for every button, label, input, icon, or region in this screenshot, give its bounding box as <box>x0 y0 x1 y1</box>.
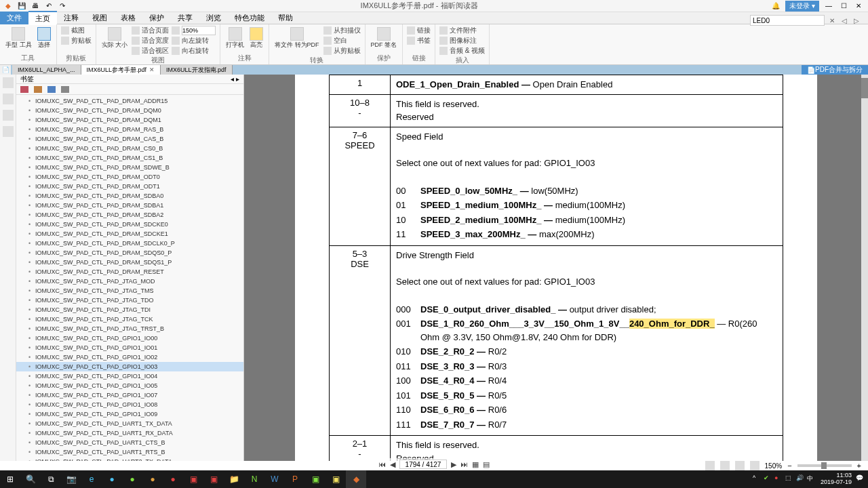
bookmark-item[interactable]: IOMUXC_SW_PAD_CTL_PAD_GPIO1_IO05 <box>16 381 243 390</box>
bookmark-item[interactable]: IOMUXC_SW_PAD_CTL_PAD_UART1_RX_DATA <box>16 428 243 438</box>
explorer-app[interactable]: 📁 <box>224 470 244 488</box>
close-icon[interactable]: ✕ <box>853 1 864 12</box>
tab-3[interactable]: IMX6ULL开发指南.pdf <box>161 65 233 75</box>
app-4[interactable]: ● <box>163 470 183 488</box>
powerpoint-app[interactable]: P <box>285 470 305 488</box>
audio-video-button[interactable]: 音频 & 视频 <box>439 46 485 56</box>
page-mode2-icon[interactable]: ▤ <box>483 460 490 469</box>
tab-2[interactable]: IMX6ULL参考手册.pdf✕ <box>81 65 161 75</box>
blank-button[interactable]: 空白 <box>323 36 361 45</box>
zoom-out-icon[interactable]: − <box>787 462 791 470</box>
from-clipboard-button[interactable]: 从剪贴板 <box>323 46 361 56</box>
bookmark-item[interactable]: IOMUXC_SW_PAD_CTL_PAD_UART1_CTS_B <box>16 438 243 447</box>
bookmark-item[interactable]: IOMUXC_SW_PAD_CTL_PAD_UART1_RTS_B <box>16 447 243 457</box>
bookmark-item[interactable]: IOMUXC_SW_PAD_CTL_PAD_DRAM_RESET <box>16 267 243 277</box>
from-scanner-button[interactable]: 从扫描仪 <box>323 26 361 35</box>
menu-home[interactable]: 主页 <box>28 11 57 25</box>
bookmark-item[interactable]: IOMUXC_SW_PAD_CTL_PAD_DRAM_DQM1 <box>16 115 243 125</box>
menu-protect[interactable]: 保护 <box>142 12 171 24</box>
maximize-icon[interactable]: ☐ <box>838 1 849 12</box>
snapshot-button[interactable]: 截图 <box>61 26 92 35</box>
tray-ime-icon[interactable]: 中 <box>807 474 816 484</box>
bookmark-item[interactable]: IOMUXC_SW_PAD_CTL_PAD_DRAM_SDBA0 <box>16 191 243 201</box>
bookmark-item[interactable]: IOMUXC_SW_PAD_CTL_PAD_GPIO1_IO07 <box>16 390 243 400</box>
task-view-button[interactable]: ⧉ <box>41 470 61 488</box>
search-next-icon[interactable]: ▷ <box>852 16 861 25</box>
panel-collapse-icon[interactable]: ◂ ▸ <box>231 75 239 83</box>
bookmark-item[interactable]: IOMUXC_SW_PAD_CTL_PAD_GPIO1_IO04 <box>16 371 243 381</box>
typewriter-button[interactable]: 打字机 <box>224 26 245 50</box>
minimize-icon[interactable]: — <box>823 1 834 12</box>
bookmark-item[interactable]: IOMUXC_SW_PAD_CTL_PAD_GPIO1_IO00 <box>16 333 243 343</box>
camera-app[interactable]: 📷 <box>61 470 81 488</box>
tray-temp-icon[interactable]: ● <box>774 474 784 484</box>
next-page-icon[interactable]: ▶ <box>451 460 456 469</box>
bookmark-item[interactable]: IOMUXC_SW_PAD_CTL_PAD_GPIO1_IO02 <box>16 352 243 362</box>
menu-share[interactable]: 共享 <box>171 12 199 24</box>
convert-button[interactable]: 将文件 转为PDF <box>273 26 321 50</box>
app-7[interactable]: ▣ <box>305 470 326 488</box>
first-page-icon[interactable]: ⏮ <box>378 460 386 468</box>
page-input[interactable] <box>399 460 447 469</box>
view-mode3-icon[interactable] <box>735 461 745 470</box>
zoom-in-icon[interactable]: + <box>857 462 861 470</box>
app-2[interactable]: ● <box>122 470 142 488</box>
menu-file[interactable]: 文件 <box>0 12 28 24</box>
side-attachments-icon[interactable] <box>3 110 14 121</box>
menu-feature[interactable]: 特色功能 <box>228 12 271 24</box>
notepadpp-app[interactable]: N <box>244 470 264 488</box>
tray-vol-icon[interactable]: 🔊 <box>796 474 806 484</box>
side-comments-icon[interactable] <box>3 126 14 137</box>
bookmark-item[interactable]: IOMUXC_SW_PAD_CTL_PAD_JTAG_TCK <box>16 314 243 324</box>
viewer-scrollbar[interactable] <box>861 75 868 461</box>
search-button[interactable]: 🔍 <box>20 470 41 488</box>
flag-gray-icon[interactable] <box>61 86 69 93</box>
app-3[interactable]: ● <box>142 470 163 488</box>
app-6[interactable]: ▣ <box>203 470 224 488</box>
bookmark-item[interactable]: IOMUXC_SW_PAD_CTL_PAD_GPIO1_IO08 <box>16 400 243 409</box>
menu-comment[interactable]: 注释 <box>57 12 85 24</box>
menu-table[interactable]: 表格 <box>114 12 142 24</box>
flag-red-icon[interactable] <box>20 86 28 93</box>
tray-net-icon[interactable]: ⬚ <box>785 474 795 484</box>
app-5[interactable]: ▣ <box>183 470 203 488</box>
menu-view[interactable]: 视图 <box>85 12 114 24</box>
bookmark-item[interactable]: IOMUXC_SW_PAD_CTL_PAD_DRAM_SDCKE0 <box>16 220 243 229</box>
image-note-button[interactable]: 图像标注 <box>439 36 485 45</box>
menu-browse[interactable]: 浏览 <box>199 12 228 24</box>
bookmark-item[interactable]: IOMUXC_SW_PAD_CTL_PAD_DRAM_CAS_B <box>16 134 243 144</box>
bookmark-item[interactable]: IOMUXC_SW_PAD_CTL_PAD_GPIO1_IO03 <box>16 362 243 371</box>
flag-blue-icon[interactable] <box>47 86 56 93</box>
redo-icon[interactable]: ↷ <box>57 1 68 12</box>
bookmark-item[interactable]: IOMUXC_SW_PAD_CTL_PAD_UART2_TX_DATA <box>16 457 243 461</box>
side-bookmarks-icon[interactable] <box>3 94 14 104</box>
zoom-combo[interactable] <box>172 26 216 35</box>
attach-button[interactable]: 文件附件 <box>439 26 485 35</box>
clock[interactable]: 11:032019-07-19 <box>818 472 854 486</box>
sign-button[interactable]: PDF 签名 <box>370 26 399 50</box>
fit-visible-button[interactable]: 适合视区 <box>132 46 169 56</box>
bookmark-item[interactable]: IOMUXC_SW_PAD_CTL_PAD_JTAG_TMS <box>16 286 243 296</box>
search-input[interactable] <box>750 15 825 26</box>
highlight-button[interactable]: 高亮 <box>248 26 264 50</box>
start-button[interactable]: ⊞ <box>0 470 20 488</box>
fit-page-button[interactable]: 适合页面 <box>132 26 169 35</box>
edge-app[interactable]: e <box>81 470 102 488</box>
flag-orange-icon[interactable] <box>34 86 42 93</box>
bookmark-item[interactable]: IOMUXC_SW_PAD_CTL_PAD_DRAM_SDQS0_P <box>16 248 243 258</box>
view-mode4-icon[interactable] <box>750 461 760 470</box>
fit-width-button[interactable]: 适合宽度 <box>132 36 169 45</box>
bookmark-button[interactable]: 书签 <box>407 36 431 45</box>
bookmark-item[interactable]: IOMUXC_SW_PAD_CTL_PAD_DRAM_ODT0 <box>16 172 243 182</box>
bookmark-item[interactable]: IOMUXC_SW_PAD_CTL_PAD_DRAM_SDQS1_P <box>16 258 243 267</box>
bookmark-item[interactable]: IOMUXC_SW_PAD_CTL_PAD_DRAM_ODT1 <box>16 182 243 191</box>
view-mode2-icon[interactable] <box>720 461 730 470</box>
doc-list-icon[interactable]: 📄 <box>0 65 11 75</box>
app-8[interactable]: ▣ <box>326 470 346 488</box>
bookmark-item[interactable]: IOMUXC_SW_PAD_CTL_PAD_DRAM_SDCKE1 <box>16 229 243 239</box>
bell-icon[interactable]: 🔔 <box>770 1 781 12</box>
rotate-left-button[interactable]: 向左旋转 <box>172 36 216 45</box>
search-clear-icon[interactable]: ✕ <box>827 16 837 25</box>
tray-sync-icon[interactable]: ✔ <box>764 474 773 484</box>
bookmark-item[interactable]: IOMUXC_SW_PAD_CTL_PAD_JTAG_TRST_B <box>16 324 243 333</box>
